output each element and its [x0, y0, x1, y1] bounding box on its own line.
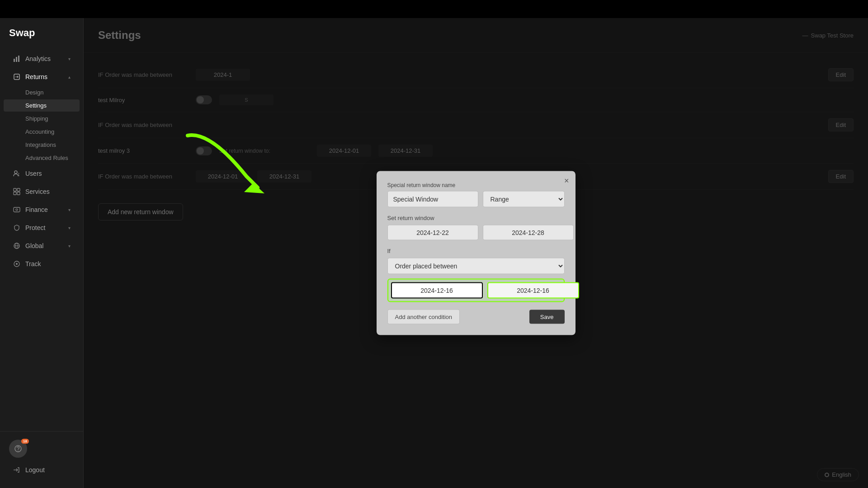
modal-type-select[interactable]: Range Fixed [483, 191, 565, 207]
svg-point-15 [16, 263, 18, 265]
svg-rect-5 [14, 188, 16, 191]
save-button[interactable]: Save [529, 310, 565, 324]
sidebar-item-finance[interactable]: Finance ▾ [4, 201, 80, 218]
modal-condition-dates-row [387, 279, 565, 302]
modal-return-date1[interactable] [387, 225, 478, 240]
sidebar-item-returns-label: Returns [25, 73, 47, 80]
chevron-global-icon: ▾ [68, 244, 71, 249]
sidebar-item-finance-label: Finance [25, 206, 48, 213]
sidebar-sub-advanced-rules[interactable]: Advanced Rules [4, 152, 80, 164]
svg-rect-8 [17, 192, 20, 195]
app-logo: Swap [0, 27, 83, 50]
sidebar-item-returns[interactable]: Returns ▴ [4, 68, 80, 85]
track-icon [13, 260, 21, 268]
svg-rect-1 [16, 57, 17, 62]
modal-condition-date2[interactable] [487, 282, 579, 299]
sidebar-item-services-label: Services [25, 188, 50, 195]
modal-condition-select[interactable]: Order placed between [387, 258, 565, 274]
svg-rect-2 [18, 56, 19, 62]
sidebar-sub-shipping[interactable]: Shipping [4, 113, 80, 125]
chevron-up-icon: ▴ [68, 75, 71, 80]
sidebar-item-users-label: Users [25, 170, 42, 177]
content-area: Settings — Swap Test Store IF Order was … [84, 18, 868, 488]
users-icon [13, 169, 21, 178]
sidebar-sub-settings[interactable]: Settings [4, 99, 80, 112]
modal-footer: Add another condition Save [387, 310, 565, 324]
services-icon [13, 188, 21, 196]
sidebar-sub-accounting[interactable]: Accounting [4, 126, 80, 138]
sidebar-bottom: 18 Logout [0, 431, 83, 479]
svg-point-4 [14, 171, 17, 174]
sidebar-item-protect-label: Protect [25, 224, 45, 231]
sidebar-item-analytics-label: Analytics [25, 55, 51, 62]
support-bubble[interactable]: 18 [9, 440, 27, 458]
svg-rect-7 [14, 192, 16, 195]
sidebar-item-services[interactable]: Services [4, 183, 80, 200]
modal-name-input[interactable] [387, 191, 478, 207]
add-condition-button[interactable]: Add another condition [387, 310, 460, 324]
sidebar-item-global[interactable]: Global ▾ [4, 237, 80, 254]
logout-icon [13, 466, 21, 474]
modal-name-label: Special return window name [387, 182, 565, 188]
svg-rect-0 [14, 59, 15, 62]
sidebar-item-logout[interactable]: Logout [4, 461, 80, 479]
modal-close-button[interactable]: × [564, 177, 569, 185]
modal-set-return-label: Set return window [387, 215, 565, 221]
svg-rect-9 [14, 207, 20, 212]
chevron-protect-icon: ▾ [68, 225, 71, 230]
modal-if-label: If [387, 248, 565, 254]
sidebar: Swap Analytics ▾ Returns ▴ [0, 18, 84, 488]
chevron-down-icon: ▾ [68, 56, 71, 61]
chevron-finance-icon: ▾ [68, 207, 71, 212]
modal-condition-date1[interactable] [391, 282, 483, 299]
returns-icon [13, 73, 21, 81]
svg-point-10 [16, 209, 18, 211]
modal-name-row: Range Fixed [387, 191, 565, 207]
protect-icon [13, 224, 21, 232]
sidebar-item-protect[interactable]: Protect ▾ [4, 219, 80, 236]
finance-icon [13, 206, 21, 214]
modal-return-date2[interactable] [483, 225, 574, 240]
sidebar-item-logout-label: Logout [25, 466, 45, 474]
sidebar-item-analytics[interactable]: Analytics ▾ [4, 50, 80, 67]
sidebar-sub-integrations[interactable]: Integrations [4, 139, 80, 151]
svg-point-17 [18, 450, 19, 451]
modal-return-window-dates [387, 225, 565, 240]
sidebar-item-track[interactable]: Track [4, 255, 80, 272]
modal: × Special return window name Range Fixed… [377, 171, 576, 335]
top-bar [0, 0, 868, 18]
sidebar-item-track-label: Track [25, 260, 41, 267]
sidebar-item-global-label: Global [25, 242, 43, 249]
chart-icon [13, 55, 21, 63]
sidebar-item-users[interactable]: Users [4, 165, 80, 182]
support-badge: 18 [21, 439, 29, 444]
svg-rect-6 [17, 188, 20, 191]
sidebar-sub-design[interactable]: Design [4, 86, 80, 99]
global-icon [13, 242, 21, 250]
